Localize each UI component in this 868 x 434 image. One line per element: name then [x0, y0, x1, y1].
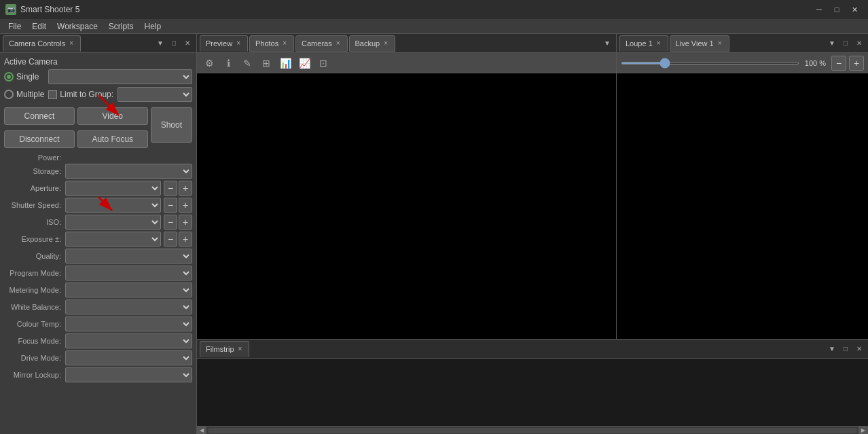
quality-label: Quality:	[4, 252, 65, 260]
filmstrip-panel-close[interactable]: ✕	[853, 343, 865, 355]
chart-icon[interactable]: 📈	[296, 55, 312, 71]
menu-edit[interactable]: Edit	[26, 20, 52, 33]
app-title: Smart Shooter 5	[20, 5, 79, 14]
menu-bar: File Edit Workspace Scripts Help	[0, 19, 868, 34]
loupe-panel-close[interactable]: ✕	[853, 37, 865, 50]
shutter-speed-control: Shutter Speed: − +	[4, 198, 192, 213]
drive-mode-select[interactable]	[65, 350, 192, 365]
grid-icon[interactable]: ⊞	[258, 55, 274, 71]
top-panels: Preview × Photos × Cameras × Backup ×	[197, 34, 868, 339]
colour-temp-select[interactable]	[65, 317, 192, 331]
zoom-decrement[interactable]: −	[831, 56, 846, 71]
left-tab-bar: Camera Controls × ▼ □ ✕	[0, 34, 196, 53]
exposure-increment[interactable]: +	[179, 232, 192, 247]
shoot-button[interactable]: Shoot	[151, 107, 192, 143]
iso-increment[interactable]: +	[179, 215, 192, 230]
exposure-decrement[interactable]: −	[164, 232, 177, 247]
photos-tab-close[interactable]: ×	[281, 39, 288, 47]
close-button[interactable]: ✕	[846, 3, 863, 16]
metering-mode-select[interactable]	[65, 283, 192, 297]
cameras-tab-close[interactable]: ×	[335, 39, 342, 47]
group-select-dropdown[interactable]	[117, 87, 192, 102]
drive-mode-control: Drive Mode:	[4, 350, 192, 365]
shutter-speed-select[interactable]	[65, 198, 161, 213]
shutter-speed-label: Shutter Speed:	[4, 201, 65, 209]
checkbox-indicator	[48, 90, 57, 99]
edit-icon[interactable]: ✎	[239, 55, 255, 71]
zoom-increment[interactable]: +	[849, 56, 864, 71]
preview-tab-close[interactable]: ×	[235, 39, 242, 47]
preview-tab-bar: Preview × Photos × Cameras × Backup ×	[197, 34, 616, 53]
loupe-tab-close[interactable]: ×	[655, 39, 662, 47]
metering-mode-control: Metering Mode:	[4, 283, 192, 297]
histogram-icon[interactable]: 📊	[277, 55, 293, 71]
tab-filmstrip[interactable]: Filmstrip ×	[200, 341, 249, 357]
aperture-decrement[interactable]: −	[164, 181, 177, 196]
menu-scripts[interactable]: Scripts	[103, 20, 139, 33]
info-icon[interactable]: ℹ	[220, 55, 236, 71]
scroll-right-btn[interactable]: ▶	[858, 427, 868, 435]
aperture-select[interactable]	[65, 181, 161, 196]
scroll-left-btn[interactable]: ◀	[197, 427, 206, 435]
loupe-panel-dropdown[interactable]: ▼	[826, 37, 838, 50]
backup-tab-close[interactable]: ×	[382, 39, 389, 47]
disconnect-button[interactable]: Disconnect	[4, 130, 75, 148]
panel-close-btn[interactable]: ✕	[181, 37, 194, 50]
white-balance-control: White Balance:	[4, 300, 192, 314]
preview-toolbar: ⚙ ℹ ✎ ⊞ 📊 📈 ⊡	[197, 53, 616, 73]
menu-workspace[interactable]: Workspace	[52, 20, 103, 33]
settings-icon[interactable]: ⚙	[201, 55, 217, 71]
tab-photos[interactable]: Photos ×	[249, 35, 294, 52]
shutter-decrement[interactable]: −	[164, 198, 177, 213]
video-button[interactable]: Video	[77, 107, 148, 125]
mirror-lockup-select[interactable]	[65, 367, 192, 382]
live-view-tab-close[interactable]: ×	[717, 39, 723, 47]
tab-backup[interactable]: Backup ×	[349, 35, 396, 52]
tab-cameras[interactable]: Cameras ×	[295, 35, 347, 52]
scroll-track[interactable]	[208, 428, 857, 433]
preview-tab-label: Preview	[206, 39, 232, 48]
radio-multiple[interactable]: Multiple	[4, 90, 44, 99]
storage-select[interactable]	[65, 164, 192, 179]
menu-file[interactable]: File	[3, 20, 26, 33]
preview-panel-dropdown[interactable]: ▼	[601, 37, 613, 50]
filmstrip-tab-close[interactable]: ×	[237, 345, 244, 352]
qr-icon[interactable]: ⊡	[315, 55, 331, 71]
filmstrip-canvas	[197, 359, 868, 426]
colour-temp-label: Colour Temp:	[4, 320, 65, 328]
title-bar: 📷 Smart Shooter 5 ─ □ ✕	[0, 0, 868, 19]
quality-control: Quality:	[4, 249, 192, 264]
preview-canvas	[197, 73, 616, 339]
radio-multiple-indicator	[4, 90, 14, 99]
right-area: Preview × Photos × Cameras × Backup ×	[197, 34, 868, 434]
limit-to-group-checkbox[interactable]: Limit to Group:	[48, 90, 113, 99]
program-mode-select[interactable]	[65, 266, 192, 281]
aperture-increment[interactable]: +	[179, 181, 192, 196]
filmstrip-panel-float[interactable]: □	[839, 343, 852, 355]
tab-loupe[interactable]: Loupe 1 ×	[619, 35, 668, 52]
exposure-select[interactable]	[65, 232, 161, 247]
tab-preview[interactable]: Preview ×	[200, 35, 248, 52]
quality-select[interactable]	[65, 249, 192, 264]
panel-float-btn[interactable]: □	[168, 37, 180, 50]
shutter-increment[interactable]: +	[179, 198, 192, 213]
white-balance-select[interactable]	[65, 300, 192, 314]
maximize-button[interactable]: □	[829, 3, 845, 16]
camera-select-dropdown[interactable]	[48, 69, 192, 84]
panel-dropdown-btn[interactable]: ▼	[154, 37, 166, 50]
focus-mode-select[interactable]	[65, 333, 192, 348]
tab-live-view[interactable]: Live View 1 ×	[670, 35, 729, 52]
zoom-value-display: 100 %	[805, 59, 826, 67]
radio-single[interactable]: Single	[4, 72, 39, 82]
tab-camera-controls[interactable]: Camera Controls ×	[3, 35, 81, 52]
filmstrip-panel-dropdown[interactable]: ▼	[826, 343, 838, 355]
camera-controls-tab-close[interactable]: ×	[68, 39, 75, 47]
iso-select[interactable]	[65, 215, 161, 230]
zoom-slider[interactable]	[621, 62, 799, 65]
connect-button[interactable]: Connect	[4, 107, 75, 125]
menu-help[interactable]: Help	[139, 20, 167, 33]
loupe-panel-float[interactable]: □	[839, 37, 852, 50]
minimize-button[interactable]: ─	[811, 3, 827, 16]
iso-decrement[interactable]: −	[164, 215, 177, 230]
auto-focus-button[interactable]: Auto Focus	[77, 130, 148, 148]
